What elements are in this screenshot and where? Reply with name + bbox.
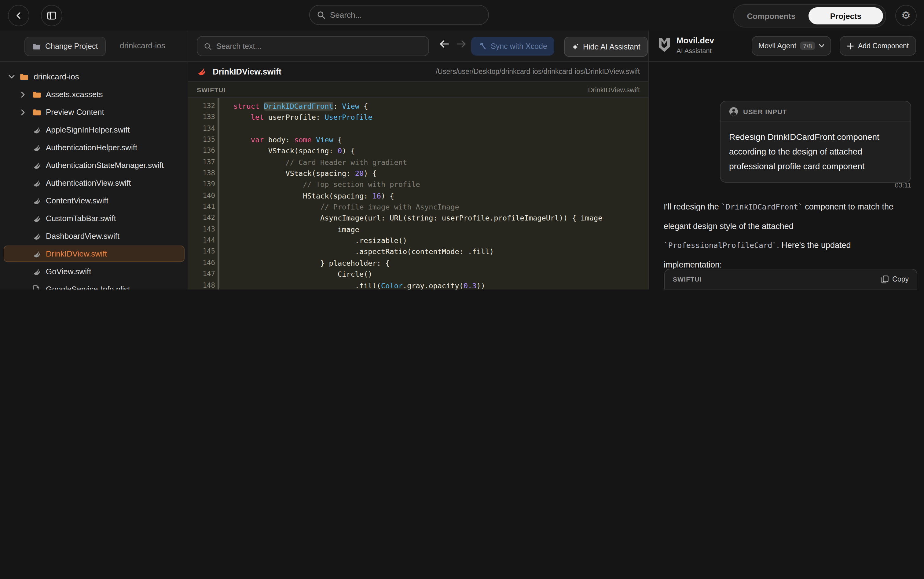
inline-code: `ProfessionalProfileCard` xyxy=(664,241,777,250)
sidebar-toggle-icon xyxy=(47,11,56,20)
hide-ai-assistant-label: Hide AI Assistant xyxy=(583,43,641,51)
swift-icon xyxy=(33,214,41,222)
global-search-input[interactable]: Search... xyxy=(309,5,489,25)
swift-icon xyxy=(33,250,41,258)
swift-icon xyxy=(33,232,41,240)
open-file-name: DrinkIDView.swift xyxy=(213,67,282,76)
sparkle-icon xyxy=(572,43,579,51)
code-line-146: 146 } placeholder: { xyxy=(188,258,649,269)
sidebar-header: Change Project drinkcard-ios xyxy=(0,31,188,62)
language-bar-filename: DrinkIDView.swift xyxy=(588,86,640,93)
code-line-text: .aspectRatio(contentMode: .fill) xyxy=(224,247,494,258)
tree-item-label: DashboardView.swift xyxy=(46,231,120,240)
folder-icon xyxy=(33,91,41,98)
code-line-132: 132struct DrinkIDCardFront: View { xyxy=(188,101,649,112)
response-text: . Here's the updated xyxy=(777,240,851,250)
tree-item-customtabbar-swift[interactable]: CustomTabBar.swift xyxy=(0,209,188,227)
swift-icon xyxy=(33,196,41,205)
tab-projects[interactable]: Projects xyxy=(808,7,883,25)
settings-button[interactable]: ⚙ xyxy=(895,5,917,26)
tree-item-authenticationview-swift[interactable]: AuthenticationView.swift xyxy=(0,174,188,192)
tree-item-goview-swift[interactable]: GoView.swift xyxy=(0,263,188,280)
code-line-134: 134 xyxy=(188,123,649,134)
chevron-right-icon[interactable] xyxy=(21,91,25,97)
user-message-text: Redesign DrinkIDCardFront component acco… xyxy=(721,122,911,182)
tree-item-label: AuthenticationHelper.swift xyxy=(46,143,137,152)
user-message-header: USER INPUT xyxy=(721,101,911,122)
tree-item-applesigninhelper-swift[interactable]: AppleSignInHelper.swift xyxy=(0,121,188,139)
code-line-text: .fill(Color.gray.opacity(0.3)) xyxy=(224,280,485,290)
current-project-name: drinkcard-ios xyxy=(120,41,165,50)
app-window: Search... Components Projects ⚙ Change P… xyxy=(0,0,924,290)
agent-usage-badge: 7/8 xyxy=(800,41,815,50)
brand-subtitle: AI Assistant xyxy=(677,47,712,54)
editor-scroll-strip[interactable] xyxy=(218,98,220,290)
navigate-forward-button[interactable] xyxy=(456,40,467,48)
code-editor[interactable]: 132struct DrinkIDCardFront: View {133 le… xyxy=(188,98,649,290)
tree-item-authenticationstatemanager-swift[interactable]: AuthenticationStateManager.swift xyxy=(0,156,188,174)
add-component-button[interactable]: Add Component xyxy=(840,36,916,56)
hide-ai-assistant-button[interactable]: Hide AI Assistant xyxy=(564,37,648,57)
agent-selector-label: Movil Agent xyxy=(759,41,796,50)
copy-code-button[interactable]: Copy xyxy=(881,275,909,283)
tree-item-drinkidview-swift[interactable]: DrinkIDView.swift xyxy=(0,245,188,263)
tree-item-label: AppleSignInHelper.swift xyxy=(46,125,130,134)
global-search-placeholder: Search... xyxy=(330,10,362,20)
tree-item-label: AuthenticationStateManager.swift xyxy=(46,160,164,170)
tree-item-label: GoView.swift xyxy=(46,267,91,276)
tree-item-label: ContentView.swift xyxy=(46,196,108,205)
sync-with-xcode-button[interactable]: Sync with Xcode xyxy=(471,37,555,56)
code-line-147: 147 Circle() xyxy=(188,269,649,280)
assistant-code-block: SWIFTUI Copy struct DrinkIDCardFront: Vi… xyxy=(664,269,917,290)
inline-code: `DrinkIDCardFront` xyxy=(721,203,803,211)
code-line-text: Circle() xyxy=(224,269,372,280)
user-avatar-icon xyxy=(729,107,738,116)
gear-icon: ⚙ xyxy=(901,10,911,21)
code-line-text: AsyncImage(url: URL(string: userProfile.… xyxy=(224,213,602,224)
navigate-back-button[interactable] xyxy=(439,40,450,48)
tree-item-drinkcard-ios[interactable]: drinkcard-ios xyxy=(0,68,188,85)
editor-search-placeholder: Search text... xyxy=(216,42,261,51)
top-bar: Search... Components Projects ⚙ xyxy=(0,0,924,31)
assistant-conversation[interactable]: USER INPUT Redesign DrinkIDCardFront com… xyxy=(649,62,924,290)
user-input-label: USER INPUT xyxy=(743,108,787,115)
file-title-bar: DrinkIDView.swift /Users/user/Desktop/dr… xyxy=(188,62,649,82)
tree-item-label: Preview Content xyxy=(46,108,104,117)
tree-item-assets-xcassets[interactable]: Assets.xcassets xyxy=(0,85,188,103)
tree-item-label: AuthenticationView.swift xyxy=(46,178,131,188)
swift-icon xyxy=(33,267,41,276)
code-line-text: let userProfile: UserProfile xyxy=(224,112,372,123)
swift-icon xyxy=(33,161,41,170)
swift-icon xyxy=(33,179,41,187)
code-line-136: 136 VStack(spacing: 0) { xyxy=(188,146,649,157)
code-line-141: 141 // Profile image with AsyncImage xyxy=(188,201,649,213)
tree-item-preview-content[interactable]: Preview Content xyxy=(0,103,188,121)
sidebar-toggle-button[interactable] xyxy=(41,5,62,26)
code-line-135: 135 var body: some View { xyxy=(188,134,649,146)
code-line-text: .resizable() xyxy=(224,235,407,247)
tab-components[interactable]: Components xyxy=(734,11,808,20)
code-line-text: // Profile image with AsyncImage xyxy=(224,201,459,213)
chevron-down-icon[interactable] xyxy=(8,75,15,79)
file-tree-sidebar: drinkcard-iosAssets.xcassetsPreview Cont… xyxy=(0,62,188,290)
code-line-text: HStack(spacing: 16) { xyxy=(224,191,394,202)
copy-icon xyxy=(881,275,888,283)
tree-item-label: GoogleService-Info.plist xyxy=(46,285,130,290)
change-project-button[interactable]: Change Project xyxy=(25,37,106,56)
message-timestamp: 03:11 xyxy=(720,182,911,189)
tree-item-contentview-swift[interactable]: ContentView.swift xyxy=(0,192,188,209)
tree-item-googleservice-info-plist[interactable]: GoogleService-Info.plist xyxy=(0,280,188,290)
code-line-text: // Top section with profile xyxy=(224,179,420,191)
agent-selector[interactable]: Movil Agent 7/8 xyxy=(752,36,831,56)
response-text: elegant design style of the attached xyxy=(664,222,793,231)
open-file-path: /Users/user/Desktop/drinkcard-ios/drinkc… xyxy=(436,68,640,75)
tree-item-dashboardview-swift[interactable]: DashboardView.swift xyxy=(0,227,188,245)
chevron-right-icon[interactable] xyxy=(21,109,25,115)
copy-label: Copy xyxy=(892,275,909,283)
user-message-card: USER INPUT Redesign DrinkIDCardFront com… xyxy=(720,101,911,183)
editor-search-input[interactable]: Search text... xyxy=(197,36,429,56)
tree-item-authenticationhelper-swift[interactable]: AuthenticationHelper.swift xyxy=(0,139,188,156)
response-text: I'll redesign the xyxy=(664,202,721,211)
response-text: implementation: xyxy=(664,260,722,269)
back-button[interactable] xyxy=(8,5,29,26)
